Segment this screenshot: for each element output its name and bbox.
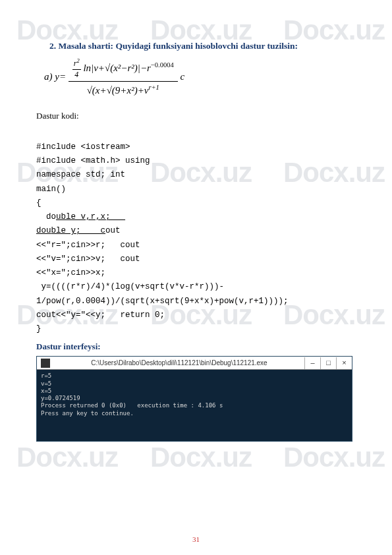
console-icon — [41, 359, 50, 368]
formula-trail: c — [180, 71, 184, 82]
console-output: r=5 v=5 x=5 y=0.0724519 Process returned… — [37, 370, 352, 441]
console-window: C:\Users\Dilrabo\Desktop\dili\112121\bin… — [36, 356, 352, 442]
console-title: C:\Users\Dilrabo\Desktop\dili\112121\bin… — [54, 359, 304, 366]
code-block: #include <iostream> #include <math.h> us… — [36, 127, 356, 337]
maximize-button[interactable]: □ — [320, 357, 336, 369]
problem-title: 2. Masala sharti: Quyidagi funksiyani hi… — [49, 41, 356, 51]
minimize-button[interactable]: – — [304, 357, 320, 369]
watermark: Docx.uz — [150, 442, 252, 473]
interface-title: Dastur interfeysi: — [36, 341, 356, 352]
close-button[interactable]: × — [336, 357, 352, 369]
page-number: 31 — [0, 535, 392, 543]
watermark: Docx.uz — [283, 442, 385, 473]
console-titlebar: C:\Users\Dilrabo\Desktop\dili\112121\bin… — [37, 357, 352, 370]
formula-label: a) y= — [44, 71, 66, 82]
code-heading: Dastur kodi: — [36, 111, 356, 121]
watermark: Docx.uz — [16, 442, 118, 473]
formula: a) y= r24 ln|v+√(x²−r²)|−r−0.0004 √(x+√(… — [44, 57, 356, 99]
